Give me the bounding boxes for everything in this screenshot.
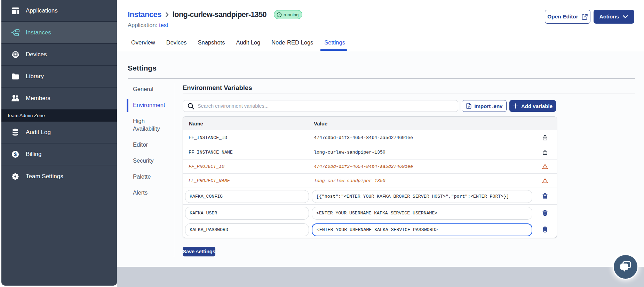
svg-text:$: $	[14, 151, 17, 157]
